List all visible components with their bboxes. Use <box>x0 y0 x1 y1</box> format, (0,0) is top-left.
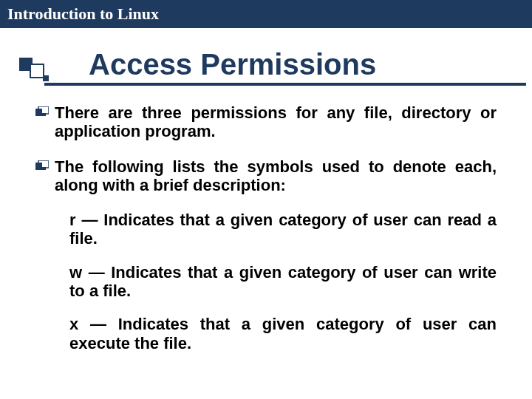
title-row: Access Permissions <box>0 31 532 83</box>
svg-rect-7 <box>35 163 42 170</box>
bullet-icon <box>35 106 55 141</box>
header-title: Introduction to Linux <box>7 4 159 24</box>
bullet-icon <box>35 160 55 195</box>
bullet-text: There are three permissions for any file… <box>55 103 497 141</box>
title-decoration-icon <box>0 31 89 83</box>
bullet-item: There are three permissions for any file… <box>35 103 497 141</box>
slide-title: Access Permissions <box>89 48 376 83</box>
svg-rect-3 <box>35 109 42 116</box>
content-area: There are three permissions for any file… <box>0 86 532 352</box>
sub-item: x — Indicates that a given category of u… <box>69 315 497 352</box>
sub-item: w — Indicates that a given category of u… <box>69 263 497 301</box>
slide: Introduction to Linux Access Permissions… <box>0 0 532 399</box>
bullet-text: The following lists the symbols used to … <box>55 157 497 195</box>
bullet-item: The following lists the symbols used to … <box>35 157 497 195</box>
sub-item: r — Indicates that a given category of u… <box>69 211 497 248</box>
header-bar: Introduction to Linux <box>0 0 532 28</box>
